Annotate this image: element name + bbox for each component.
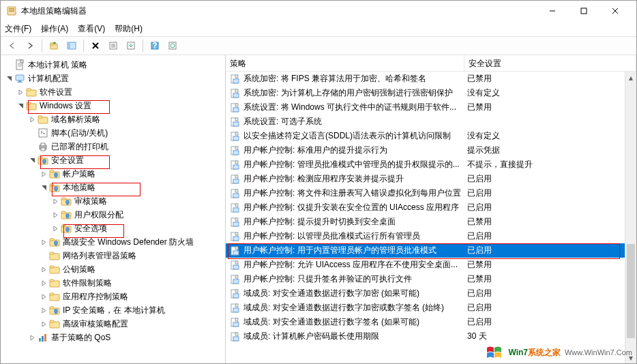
- policy-row[interactable]: 用户帐户控制: 只提升签名并验证的可执行文件已禁用: [226, 272, 636, 286]
- expand-icon[interactable]: [50, 196, 61, 207]
- forward-button[interactable]: [23, 38, 38, 53]
- expand-icon[interactable]: [50, 209, 61, 220]
- svg-rect-76: [235, 104, 238, 106]
- tree-user-rights[interactable]: 用户权限分配: [1, 208, 225, 222]
- tree-qos[interactable]: 基于策略的 QoS: [1, 331, 225, 344]
- svg-rect-61: [50, 293, 54, 295]
- menu-view[interactable]: 查看(V): [78, 23, 105, 35]
- expand-icon[interactable]: [38, 237, 49, 247]
- maximize-button[interactable]: [568, 1, 599, 21]
- svg-rect-66: [39, 338, 41, 342]
- tree-local-policies[interactable]: 本地策略: [1, 181, 225, 194]
- tree-account-policies[interactable]: 帐户策略: [1, 167, 225, 181]
- tree-software-restriction[interactable]: 软件限制策略: [1, 276, 225, 290]
- expand-icon[interactable]: [38, 305, 49, 316]
- tree-pane[interactable]: 本地计算机 策略计算机配置软件设置Windows 设置域名解析策略脚本(启动/关…: [1, 55, 226, 363]
- svg-rect-74: [233, 93, 239, 97]
- expand-icon[interactable]: [27, 332, 38, 343]
- expand-icon[interactable]: [38, 318, 49, 329]
- expand-icon[interactable]: [38, 168, 49, 179]
- collapse-icon[interactable]: [38, 182, 49, 193]
- expand-icon[interactable]: [38, 291, 49, 302]
- svg-rect-106: [235, 247, 238, 249]
- refresh-button[interactable]: [165, 38, 180, 53]
- policy-row[interactable]: 系统加密: 为计算机上存储的用户密钥强制进行强密钥保护没有定义: [226, 86, 636, 100]
- tree-printers[interactable]: 已部署的打印机: [1, 140, 225, 153]
- col-policy[interactable]: 策略: [226, 55, 464, 71]
- watermark: Win7系统之家 Www.WinWin7.Com: [485, 344, 632, 361]
- tree-advanced-audit[interactable]: 高级审核策略配置: [1, 317, 225, 331]
- svg-rect-83: [233, 136, 239, 140]
- show-hide-tree-button[interactable]: [64, 38, 79, 53]
- policy-row[interactable]: 系统设置: 可选子系统: [226, 115, 636, 129]
- expand-icon[interactable]: [50, 223, 61, 234]
- properties-button[interactable]: [106, 38, 121, 53]
- svg-rect-121: [235, 318, 238, 321]
- policy-row[interactable]: 用户帐户控制: 标准用户的提升提示行为提示凭据: [226, 143, 636, 157]
- tree-scripts[interactable]: 脚本(启动/关机): [1, 126, 225, 140]
- policy-row[interactable]: 用户帐户控制: 将文件和注册表写入错误虚拟化到每用户位置已启用: [226, 186, 636, 200]
- close-button[interactable]: [599, 1, 631, 21]
- svg-rect-122: [233, 322, 239, 327]
- expand-icon[interactable]: [27, 114, 38, 125]
- up-button[interactable]: [46, 38, 61, 53]
- policy-row[interactable]: 用户帐户控制: 允许 UIAccess 应用程序在不使用安全桌面...已禁用: [226, 258, 636, 272]
- svg-rect-88: [235, 161, 238, 164]
- svg-rect-10: [68, 42, 70, 49]
- scroll-up-button[interactable]: ▴: [625, 72, 636, 83]
- tree-network-list[interactable]: 网络列表管理器策略: [1, 249, 225, 262]
- tree-root[interactable]: 本地计算机 策略: [1, 58, 225, 72]
- svg-rect-125: [233, 337, 239, 341]
- policy-row[interactable]: 系统加密: 将 FIPS 兼容算法用于加密、哈希和签名已禁用: [226, 72, 636, 86]
- svg-rect-28: [18, 80, 21, 82]
- tree-security-options[interactable]: 安全选项: [1, 222, 225, 235]
- svg-rect-98: [233, 208, 239, 212]
- policy-row[interactable]: 域成员: 对安全通道数据进行数字加密 (如果可能)已启用: [226, 286, 636, 301]
- delete-button[interactable]: [88, 38, 103, 53]
- minimize-button[interactable]: [537, 1, 568, 21]
- collapse-icon[interactable]: [27, 155, 38, 166]
- expand-icon[interactable]: [38, 264, 49, 275]
- policy-row[interactable]: 用户帐户控制: 检测应用程序安装并提示提升已启用: [226, 172, 636, 186]
- vertical-scrollbar[interactable]: ▴ ▾: [625, 72, 636, 363]
- tree-software-settings[interactable]: 软件设置: [1, 85, 225, 99]
- policy-row[interactable]: 用户帐户控制: 提示提升时切换到安全桌面已禁用: [226, 215, 636, 229]
- tree-defender-firewall[interactable]: 高级安全 Windows Defender 防火墙: [1, 235, 225, 249]
- policy-row[interactable]: 用户帐户控制: 用于内置管理员帐户的管理员批准模式已启用: [226, 243, 636, 258]
- menu-file[interactable]: 文件(F): [5, 23, 31, 35]
- expand-icon[interactable]: [38, 277, 49, 288]
- svg-rect-36: [39, 129, 47, 137]
- tree-windows-settings[interactable]: Windows 设置: [1, 99, 225, 112]
- svg-rect-119: [233, 308, 239, 312]
- svg-rect-94: [235, 189, 238, 192]
- tree-public-key[interactable]: 公钥策略: [1, 262, 225, 276]
- policy-row[interactable]: 用户帐户控制: 以管理员批准模式运行所有管理员已启用: [226, 229, 636, 243]
- collapse-icon[interactable]: [15, 100, 26, 111]
- back-button[interactable]: [5, 38, 20, 53]
- tree-audit-policy[interactable]: 审核策略: [1, 194, 225, 208]
- tree-computer-config[interactable]: 计算机配置: [1, 72, 225, 85]
- list-pane[interactable]: 策略 安全设置 系统加密: 将 FIPS 兼容算法用于加密、哈希和签名已禁用系统…: [226, 55, 636, 363]
- tree-security-settings[interactable]: 安全设置: [1, 153, 225, 167]
- policy-row[interactable]: 系统设置: 将 Windows 可执行文件中的证书规则用于软件...已禁用: [226, 100, 636, 115]
- tree-ipsec[interactable]: IP 安全策略，在 本地计算机: [1, 303, 225, 317]
- svg-rect-23: [20, 60, 23, 63]
- col-setting[interactable]: 安全设置: [464, 55, 636, 71]
- svg-rect-71: [233, 79, 239, 83]
- help-button[interactable]: ?: [147, 38, 162, 53]
- menu-help[interactable]: 帮助(H): [115, 23, 143, 35]
- tree-dns-policy[interactable]: 域名解析策略: [1, 112, 225, 126]
- policy-row[interactable]: 域成员: 对安全通道数据进行数字签名 (如果可能)已启用: [226, 315, 636, 329]
- policy-row[interactable]: 域成员: 对安全通道数据进行数字加密或数字签名 (始终)已启用: [226, 301, 636, 315]
- expand-icon[interactable]: [15, 87, 26, 97]
- svg-rect-104: [233, 237, 239, 241]
- policy-row[interactable]: 以安全描述符定义语言(SDDL)语法表示的计算机访问限制没有定义: [226, 129, 636, 143]
- collapse-icon[interactable]: [3, 73, 14, 84]
- policy-row[interactable]: 用户帐户控制: 仅提升安装在安全位置的 UIAccess 应用程序已启用: [226, 200, 636, 215]
- svg-rect-113: [233, 279, 239, 284]
- menu-action[interactable]: 操作(A): [41, 23, 68, 35]
- export-button[interactable]: [123, 38, 138, 53]
- policy-row[interactable]: 用户帐户控制: 管理员批准模式中管理员的提升权限提示的...不提示，直接提升: [226, 157, 636, 172]
- tree-app-control[interactable]: 应用程序控制策略: [1, 290, 225, 303]
- policy-row[interactable]: 域成员: 计算机帐户密码最长使用期限30 天: [226, 329, 636, 344]
